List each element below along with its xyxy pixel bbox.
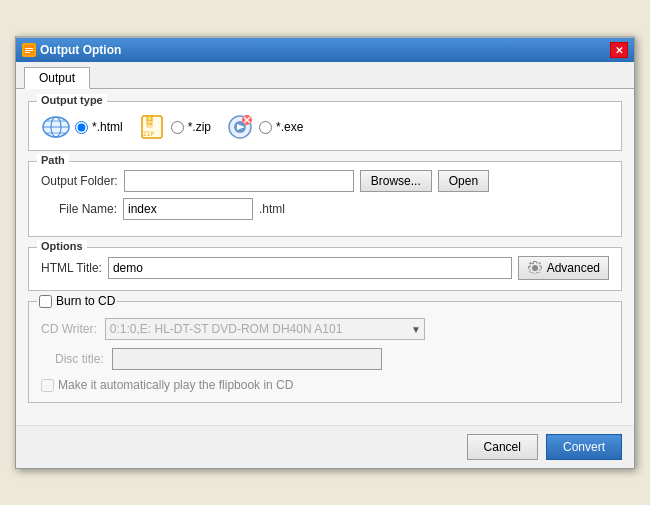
close-button[interactable]: ✕ xyxy=(610,42,628,58)
html-option[interactable]: *.html xyxy=(41,114,123,140)
burn-to-cd-group: Burn to CD CD Writer: 0:1:0,E: HL-DT-ST … xyxy=(28,301,622,403)
svg-text:ZIP: ZIP xyxy=(143,130,154,137)
html-label: *.html xyxy=(92,120,123,134)
burn-to-cd-checkbox[interactable] xyxy=(39,295,52,308)
title-bar: Output Option ✕ xyxy=(16,38,634,62)
disc-title-input[interactable] xyxy=(112,348,382,370)
output-type-row: *.html ZIP *.z xyxy=(41,110,609,140)
auto-play-checkbox[interactable] xyxy=(41,379,54,392)
options-row: HTML Title: Advanced xyxy=(41,256,609,280)
advanced-button[interactable]: Advanced xyxy=(518,256,609,280)
output-folder-row: Output Folder: Browse... Open xyxy=(41,170,609,192)
html-icon xyxy=(41,114,71,140)
zip-radio[interactable] xyxy=(171,121,184,134)
browse-button[interactable]: Browse... xyxy=(360,170,432,192)
cd-writer-select[interactable]: 0:1:0,E: HL-DT-ST DVD-ROM DH40N A101 xyxy=(105,318,425,340)
exe-radio[interactable] xyxy=(259,121,272,134)
exe-icon xyxy=(225,114,255,140)
convert-button[interactable]: Convert xyxy=(546,434,622,460)
zip-label: *.zip xyxy=(188,120,211,134)
cd-writer-row: CD Writer: 0:1:0,E: HL-DT-ST DVD-ROM DH4… xyxy=(41,318,609,340)
file-name-row: File Name: .html xyxy=(41,198,609,220)
gear-icon xyxy=(527,260,543,276)
options-group: Options HTML Title: Advanced xyxy=(28,247,622,291)
auto-play-label[interactable]: Make it automatically play the flipbook … xyxy=(41,378,609,392)
cd-writer-label: CD Writer: xyxy=(41,322,97,336)
cd-writer-wrapper: 0:1:0,E: HL-DT-ST DVD-ROM DH40N A101 ▼ xyxy=(105,318,425,340)
open-button[interactable]: Open xyxy=(438,170,489,192)
exe-label: *.exe xyxy=(276,120,303,134)
path-label: Path xyxy=(37,154,69,166)
svg-rect-2 xyxy=(25,50,33,51)
window-icon xyxy=(22,43,36,57)
content-area: Output type *.html xyxy=(16,89,634,425)
burn-content: CD Writer: 0:1:0,E: HL-DT-ST DVD-ROM DH4… xyxy=(41,310,609,392)
window-title: Output Option xyxy=(40,43,121,57)
file-name-label: File Name: xyxy=(41,202,117,216)
html-radio[interactable] xyxy=(75,121,88,134)
footer-bar: Cancel Convert xyxy=(16,425,634,468)
file-name-input[interactable] xyxy=(123,198,253,220)
tab-output[interactable]: Output xyxy=(24,67,90,89)
exe-option[interactable]: *.exe xyxy=(225,114,303,140)
svg-rect-1 xyxy=(25,48,33,49)
file-ext-label: .html xyxy=(259,202,285,216)
path-group: Path Output Folder: Browse... Open File … xyxy=(28,161,622,237)
svg-rect-11 xyxy=(147,121,152,123)
html-title-label: HTML Title: xyxy=(41,261,102,275)
title-bar-left: Output Option xyxy=(22,43,121,57)
options-label: Options xyxy=(37,240,87,252)
disc-title-label: Disc title: xyxy=(41,352,104,366)
burn-to-cd-label[interactable]: Burn to CD xyxy=(37,294,117,308)
zip-option[interactable]: ZIP *.zip xyxy=(137,114,211,140)
tab-bar: Output xyxy=(16,62,634,89)
cancel-button[interactable]: Cancel xyxy=(467,434,538,460)
advanced-label: Advanced xyxy=(547,261,600,275)
output-type-label: Output type xyxy=(37,94,107,106)
svg-rect-13 xyxy=(147,125,152,127)
svg-rect-10 xyxy=(147,116,152,121)
disc-title-row: Disc title: xyxy=(41,348,609,370)
zip-icon: ZIP xyxy=(137,114,167,140)
output-type-group: Output type *.html xyxy=(28,101,622,151)
output-folder-label: Output Folder: xyxy=(41,174,118,188)
svg-rect-3 xyxy=(25,52,30,53)
html-title-input[interactable] xyxy=(108,257,512,279)
svg-rect-12 xyxy=(147,123,152,125)
output-folder-input[interactable] xyxy=(124,170,354,192)
output-option-window: Output Option ✕ Output Output type xyxy=(15,36,635,469)
